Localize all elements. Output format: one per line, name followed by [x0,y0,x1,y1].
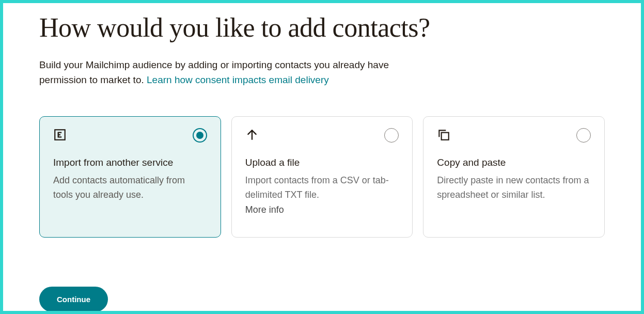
option-desc: Import contacts from a CSV or tab-delimi… [245,174,399,202]
option-desc: Add contacts automatically from tools yo… [53,174,207,202]
option-title: Upload a file [245,157,399,168]
option-desc: Directly paste in new contacts from a sp… [437,174,591,202]
option-copy-paste[interactable]: Copy and paste Directly paste in new con… [423,116,605,238]
consent-link[interactable]: Learn how consent impacts email delivery [147,74,329,85]
page-subtitle: Build your Mailchimp audience by adding … [39,57,401,88]
import-service-icon [53,128,67,142]
card-header [245,128,399,146]
radio-icon [576,128,591,143]
options-row: Import from another service Add contacts… [39,116,605,238]
svg-rect-2 [442,133,449,140]
radio-selected-icon [193,128,207,143]
option-import-service[interactable]: Import from another service Add contacts… [39,116,221,238]
option-title: Copy and paste [437,157,591,168]
option-upload-file[interactable]: Upload a file Import contacts from a CSV… [231,116,413,238]
card-header [53,128,207,146]
more-info-link[interactable]: More info [245,205,399,215]
upload-arrow-icon [245,128,259,142]
copy-paste-icon [437,128,450,142]
card-header [437,128,591,146]
option-title: Import from another service [53,157,207,168]
continue-button[interactable]: Continue [39,287,108,312]
page-title: How would you like to add contacts? [39,12,605,43]
radio-icon [384,128,399,143]
